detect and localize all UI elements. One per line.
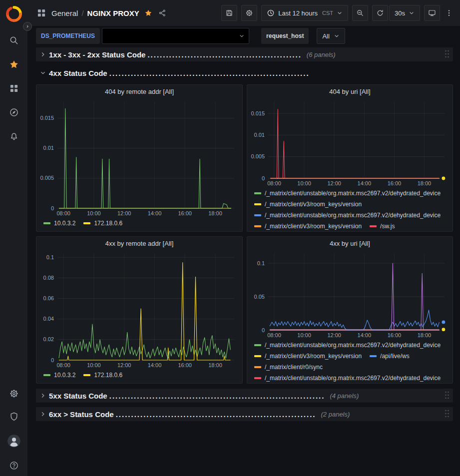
- compass-icon: [9, 107, 19, 117]
- sidebar-item-alerting[interactable]: [8, 131, 19, 142]
- favorite-star-icon[interactable]: [144, 9, 152, 17]
- svg-text:18:00: 18:00: [418, 332, 432, 338]
- svg-text:16:00: 16:00: [178, 210, 192, 216]
- row-title-leader: ........................................…: [109, 69, 310, 77]
- row-title-leader: ........................................…: [116, 410, 316, 419]
- sidebar-item-dashboards[interactable]: [8, 83, 19, 94]
- panel-404-by-remote-addr: 404 by remote addr [All] 00.0050.010.015…: [36, 84, 243, 232]
- chart-4xx-by-uri[interactable]: 00.050.108:0010:0012:0014:0016:0018:00: [247, 250, 453, 339]
- sidebar-item-configuration[interactable]: [8, 388, 19, 399]
- legend-label: /_matrix/client/v3/room_keys/version: [265, 221, 362, 231]
- chart-4xx-by-remote-addr[interactable]: 00.020.040.060.080.108:0010:0012:0014:00…: [36, 250, 242, 369]
- sidebar-item-help[interactable]: [8, 460, 19, 471]
- legend-swatch: [254, 225, 261, 227]
- save-dashboard-button[interactable]: [221, 5, 237, 21]
- svg-text:10:00: 10:00: [87, 210, 101, 216]
- bell-icon: [9, 131, 19, 141]
- legend-item[interactable]: /_matrix/client/unstable/org.matrix.msc2…: [254, 340, 441, 350]
- row-drag-handle[interactable]: [444, 409, 450, 420]
- chart-404-by-uri[interactable]: 00.0050.010.01508:0010:0012:0014:0016:00…: [247, 98, 453, 187]
- row-drag-handle[interactable]: [444, 391, 450, 401]
- main-area: General / NGINX PROXY: [27, 0, 460, 476]
- legend-label: 10.0.3.2: [54, 218, 75, 228]
- datasource-variable-value[interactable]: [102, 28, 249, 44]
- zoom-out-time-button[interactable]: [352, 5, 368, 21]
- chart-404-by-remote-addr[interactable]: 00.0050.010.01508:0010:0012:0014:0016:00…: [36, 98, 242, 217]
- legend-label: 172.18.0.6: [94, 370, 122, 380]
- row-5xx[interactable]: 5xx Status Code ........................…: [36, 389, 453, 403]
- legend-item[interactable]: /_matrix/client/v3/room_keys/version: [254, 221, 362, 231]
- breadcrumb-folder[interactable]: General: [51, 9, 78, 17]
- request-host-variable-label[interactable]: request_host: [261, 28, 309, 44]
- help-icon: [9, 461, 19, 471]
- sidebar-bottom-items: [7, 388, 21, 471]
- sidebar-item-explore[interactable]: [8, 107, 19, 118]
- sidebar-top-items: [8, 35, 19, 142]
- dashboard-title[interactable]: NGINX PROXY: [87, 9, 139, 17]
- time-range-label: Last 12 hours: [278, 9, 318, 17]
- legend-4xx-by-uri: /_matrix/client/unstable/org.matrix.msc2…: [247, 339, 453, 383]
- panel-title[interactable]: 404 by remote addr [All]: [36, 85, 242, 98]
- svg-text:10:00: 10:00: [87, 362, 101, 368]
- svg-text:0: 0: [262, 327, 265, 333]
- sidebar: ›: [0, 0, 27, 476]
- panel-title[interactable]: 4xx by uri [All]: [247, 237, 453, 250]
- clock-icon: [267, 9, 275, 17]
- expand-sidebar-button[interactable]: ›: [23, 22, 32, 31]
- sidebar-item-search[interactable]: [8, 35, 19, 46]
- share-icon[interactable]: [158, 9, 166, 17]
- refresh-interval-label: 30s: [395, 9, 405, 17]
- breadcrumb-separator: /: [81, 9, 83, 17]
- refresh-button[interactable]: [372, 5, 388, 21]
- row-title: 1xx - 3xx - 2xx Status Code: [49, 50, 145, 59]
- legend-item[interactable]: 172.18.0.6: [83, 218, 122, 228]
- row-title: 6xx > Status Code: [49, 410, 114, 419]
- chevron-right-icon: [40, 411, 46, 417]
- svg-text:08:00: 08:00: [267, 180, 281, 186]
- svg-text:14:00: 14:00: [148, 210, 162, 216]
- row-4xx[interactable]: 4xx Status Code ........................…: [36, 66, 453, 80]
- legend-label: /_matrix/client/unstable/org.matrix.msc2…: [265, 340, 441, 350]
- legend-item[interactable]: 10.0.3.2: [43, 218, 75, 228]
- legend-swatch: [254, 214, 261, 216]
- panel-title[interactable]: 404 by uri [All]: [247, 85, 453, 98]
- legend-item[interactable]: /_matrix/client/v3/room_keys/version: [254, 199, 362, 209]
- refresh-interval-picker[interactable]: 30s: [389, 5, 420, 21]
- svg-text:18:00: 18:00: [418, 180, 432, 186]
- legend-item[interactable]: /sw.js: [370, 221, 395, 231]
- row-drag-handle[interactable]: [444, 49, 450, 60]
- legend-item[interactable]: /_matrix/client/r0/sync: [254, 362, 323, 372]
- user-avatar[interactable]: [7, 434, 21, 448]
- legend-item[interactable]: 172.18.0.6: [83, 370, 122, 380]
- legend-item[interactable]: /_matrix/client/unstable/org.matrix.msc2…: [254, 188, 441, 198]
- legend-item[interactable]: /_matrix/client/unstable/org.matrix.msc2…: [254, 373, 441, 383]
- panel-title[interactable]: 4xx by remote addr [All]: [36, 237, 242, 250]
- svg-text:0.005: 0.005: [251, 153, 265, 159]
- request-host-variable-value[interactable]: All: [317, 28, 345, 44]
- legend-item[interactable]: /_matrix/client/v3/room_keys/version: [254, 351, 362, 361]
- chevron-down-icon: [239, 33, 245, 39]
- legend-item[interactable]: /_matrix/client/unstable/org.matrix.msc2…: [254, 210, 441, 220]
- chart-canvas: 00.050.108:0010:0012:0014:0016:0018:00: [247, 250, 453, 339]
- row-1xx-3xx-2xx[interactable]: 1xx - 3xx - 2xx Status Code ............…: [36, 47, 453, 61]
- chevron-down-icon: [40, 70, 46, 76]
- svg-text:16:00: 16:00: [178, 362, 192, 368]
- panel-404-by-uri: 404 by uri [All] 00.0050.010.01508:0010:…: [247, 84, 453, 232]
- sidebar-item-starred[interactable]: [8, 59, 19, 70]
- time-range-picker[interactable]: Last 12 hours CST: [261, 5, 348, 21]
- sidebar-item-admin[interactable]: [8, 411, 19, 422]
- timezone-label: CST: [322, 10, 333, 16]
- row-6xx[interactable]: 6xx > Status Code ......................…: [36, 407, 453, 421]
- legend-swatch: [370, 355, 377, 357]
- datasource-variable-label[interactable]: DS_PROMETHEUS: [36, 28, 100, 44]
- svg-text:0: 0: [51, 357, 54, 363]
- more-options-kebab-icon[interactable]: [445, 9, 453, 17]
- legend-label: 10.0.3.2: [54, 370, 75, 380]
- grafana-logo[interactable]: [5, 5, 23, 23]
- legend-item[interactable]: /api/live/ws: [370, 351, 410, 361]
- dashboard-settings-button[interactable]: [241, 5, 257, 21]
- legend-item[interactable]: 10.0.3.2: [43, 370, 75, 380]
- tv-mode-button[interactable]: [424, 5, 440, 21]
- svg-text:12:00: 12:00: [327, 180, 341, 186]
- row-title-leader: ........................................…: [109, 392, 325, 400]
